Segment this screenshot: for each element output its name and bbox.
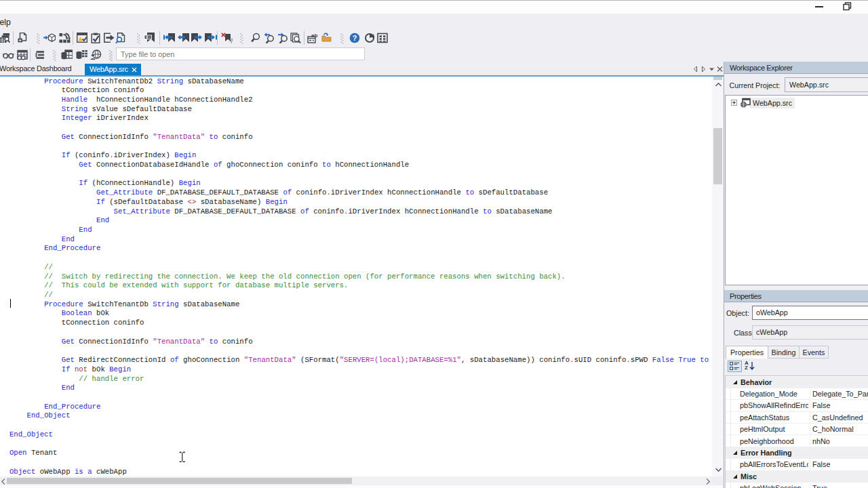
svg-text:?: ? xyxy=(353,34,357,42)
svg-text:ab: ab xyxy=(311,33,317,39)
